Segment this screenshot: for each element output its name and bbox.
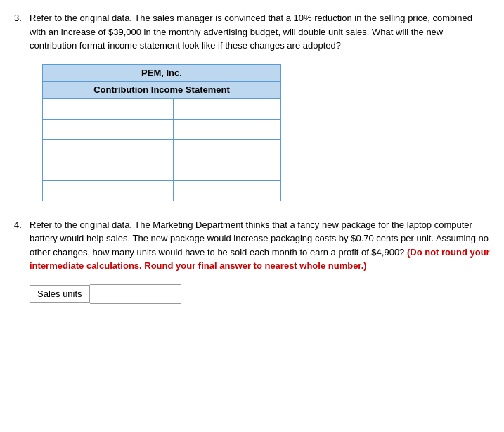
table-row — [43, 180, 281, 201]
table-row — [43, 119, 281, 139]
table-input-value-2[interactable] — [178, 122, 276, 136]
table-cell-label-3[interactable] — [43, 139, 174, 160]
table-cell-value-2[interactable] — [174, 119, 281, 139]
table-input-value-4[interactable] — [178, 163, 276, 177]
question-3-number: 3. — [14, 11, 30, 53]
table-cell-value-5[interactable] — [174, 180, 281, 201]
question-4-text: 4. Refer to the original data. The Marke… — [14, 218, 490, 273]
table-header-subtitle-row: Contribution Income Statement — [43, 81, 281, 99]
answer-area: Sales units — [30, 284, 490, 304]
table-cell-label-1[interactable] — [43, 99, 174, 120]
table-input-label-4[interactable] — [47, 163, 169, 177]
table-row — [43, 139, 281, 160]
question-3-body: Refer to the original data. The sales ma… — [30, 11, 490, 53]
table-cell-label-2[interactable] — [43, 119, 174, 139]
table-input-label-3[interactable] — [47, 143, 169, 157]
table-input-value-1[interactable] — [178, 102, 276, 116]
question-3-block: 3. Refer to the original data. The sales… — [14, 11, 490, 201]
question-4-number: 4. — [14, 218, 30, 273]
table-company-name: PEM, Inc. — [43, 64, 281, 81]
table-cell-value-4[interactable] — [174, 160, 281, 180]
sales-units-input[interactable] — [90, 284, 181, 304]
question-4-block: 4. Refer to the original data. The Marke… — [14, 218, 490, 304]
table-header-title-row: PEM, Inc. — [43, 64, 281, 81]
table-input-label-5[interactable] — [47, 184, 169, 198]
table-input-label-2[interactable] — [47, 122, 169, 136]
question-4-body: Refer to the original data. The Marketin… — [30, 218, 490, 273]
table-cell-label-5[interactable] — [43, 180, 174, 201]
table-row — [43, 99, 281, 120]
table-statement-title: Contribution Income Statement — [43, 81, 281, 99]
table-row — [43, 160, 281, 180]
table-cell-value-3[interactable] — [174, 139, 281, 160]
table-cell-value-1[interactable] — [174, 99, 281, 120]
income-statement-table: PEM, Inc. Contribution Income Statement — [42, 64, 281, 201]
table-input-value-5[interactable] — [178, 184, 276, 198]
table-input-label-1[interactable] — [47, 102, 169, 116]
table-input-value-3[interactable] — [178, 143, 276, 157]
table-cell-label-4[interactable] — [43, 160, 174, 180]
sales-units-label: Sales units — [30, 285, 90, 303]
income-statement-table-container: PEM, Inc. Contribution Income Statement — [42, 64, 281, 201]
question-3-text: 3. Refer to the original data. The sales… — [14, 11, 490, 53]
